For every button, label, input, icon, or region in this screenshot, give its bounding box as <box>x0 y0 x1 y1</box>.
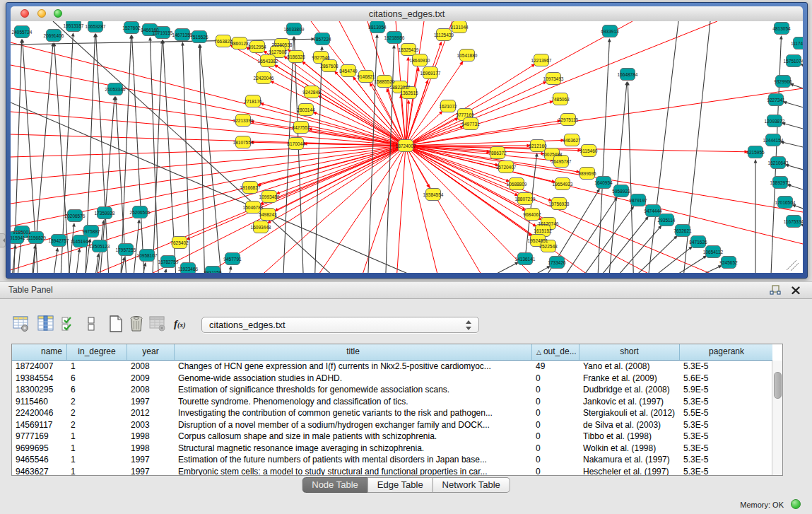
table-cell: 18724007 <box>12 361 67 373</box>
table-row[interactable]: 2242004622012Investigating the contribut… <box>12 407 772 419</box>
graph-node-label: 19166827 <box>240 185 261 190</box>
graph-edge[interactable] <box>307 146 406 273</box>
graph-edge[interactable] <box>406 82 546 146</box>
graph-node-label: 25206505 <box>130 210 151 215</box>
graph-edge[interactable] <box>784 102 803 113</box>
column-header-title[interactable]: title <box>175 344 532 360</box>
table-row[interactable]: 946362711997Embryonic stem cells: a mode… <box>12 466 772 476</box>
table-body[interactable]: 1872400712008Changes of HCN gene express… <box>12 361 772 475</box>
graph-edge[interactable] <box>788 185 803 196</box>
graph-node-label: 1733426 <box>548 260 566 265</box>
graph-edge[interactable] <box>589 217 648 273</box>
graph-edge[interactable] <box>783 123 803 134</box>
graph-edge[interactable] <box>11 146 406 204</box>
graph-edge[interactable] <box>406 146 682 273</box>
table-cell: Stergiakouli et al. (2012) <box>579 407 680 419</box>
network-canvas[interactable]: 2405572420691406195131871065328715276028… <box>11 21 803 273</box>
table-options-icon[interactable] <box>12 315 30 333</box>
graph-edge[interactable] <box>651 256 706 273</box>
table-row[interactable]: 1456911722003Disruption of a novel membe… <box>12 419 772 431</box>
graph-edge[interactable] <box>11 146 406 270</box>
resize-grip-icon[interactable] <box>787 260 796 270</box>
column-header-pagerank[interactable]: pagerank <box>680 344 772 360</box>
vertical-scrollbar[interactable] <box>772 361 782 475</box>
table-cell: Investigating the contribution of common… <box>175 407 532 419</box>
graph-node-label: 21053346 <box>105 87 126 92</box>
graph-edge[interactable] <box>74 250 79 273</box>
graph-node-label: 9185001 <box>13 230 31 235</box>
row-view-icon[interactable] <box>82 315 100 333</box>
graph-edge[interactable] <box>132 36 145 273</box>
tab-edge-table[interactable]: Edge Table <box>368 477 433 493</box>
graph-edge[interactable] <box>463 263 517 273</box>
tab-network-table[interactable]: Network Table <box>433 477 510 493</box>
scrollbar-thumb[interactable] <box>774 372 782 399</box>
column-visibility-icon[interactable] <box>37 315 55 333</box>
graph-node-label: 18724007 <box>396 144 416 148</box>
column-header-out_de[interactable]: △out_de... <box>532 344 579 360</box>
graph-edge[interactable] <box>787 165 803 175</box>
table-row[interactable]: 911546021997Tourette syndrome. Phenomeno… <box>12 396 772 408</box>
table-row[interactable]: 1872400712008Changes of HCN gene express… <box>12 361 772 373</box>
column-header-name[interactable]: name <box>12 344 67 360</box>
column-header-in_degree[interactable]: in_degree <box>67 344 127 360</box>
graph-edge[interactable] <box>406 21 717 146</box>
graph-node-label: 13942757 <box>49 238 69 243</box>
graph-node-label: 9899695 <box>578 171 596 176</box>
table-cell: 2008 <box>127 361 175 373</box>
collapse-west-panel-handle[interactable] <box>0 233 6 247</box>
graph-edge[interactable] <box>628 83 634 273</box>
table-row[interactable]: 1938455462009Genome-wide association stu… <box>12 373 772 385</box>
graph-edge[interactable] <box>505 267 550 273</box>
table-row[interactable]: 946554611997Estimation of the future num… <box>12 454 772 466</box>
close-panel-icon[interactable] <box>791 285 801 296</box>
graph-node-label: 8454749 <box>339 69 358 74</box>
graph-node-label: 8215955 <box>746 150 765 155</box>
zoom-button[interactable] <box>54 9 62 18</box>
graph-edge[interactable] <box>635 247 692 273</box>
table-chooser-select[interactable]: citations_edges.txt <box>201 317 479 333</box>
table-cell: 6 <box>67 373 127 385</box>
memory-status-dot[interactable] <box>791 499 801 509</box>
graph-node-label: 7632621 <box>673 228 692 233</box>
table-row[interactable]: 977716911998Corpus callosum shape and si… <box>12 431 772 443</box>
float-panel-icon[interactable] <box>770 285 781 296</box>
tab-node-table[interactable]: Node Table <box>302 477 368 493</box>
new-file-icon[interactable] <box>107 315 125 333</box>
graph-node-label: 11675334 <box>784 219 803 224</box>
graph-node-label: 8170044 <box>287 141 305 146</box>
table-cell: 0 <box>532 407 579 419</box>
function-builder-icon[interactable]: f(x) <box>174 315 192 333</box>
window-titlebar[interactable]: citations_edges.txt <box>11 6 803 22</box>
graph-edge[interactable] <box>647 21 678 273</box>
graph-edge[interactable] <box>782 142 803 152</box>
table-cell: 5.9E-5 <box>680 384 772 396</box>
table-cell: 1 <box>67 431 127 443</box>
graph-node-label: 7857224 <box>313 37 331 42</box>
table-cell: 9465546 <box>12 454 67 466</box>
graph-node-label: 15046788 <box>243 205 264 210</box>
column-header-short[interactable]: short <box>579 344 680 360</box>
minimize-button[interactable] <box>37 9 46 18</box>
select-stepper-icon <box>466 320 472 331</box>
sort-ascending-icon: △ <box>536 349 541 356</box>
trash-icon[interactable] <box>127 315 146 333</box>
graph-edge[interactable] <box>11 146 406 157</box>
graph-edge[interactable] <box>406 21 424 146</box>
table-cell: 2 <box>67 407 127 419</box>
table-row[interactable]: 1830029562008Estimation of significance … <box>12 384 772 396</box>
table-cell: 1 <box>67 361 127 373</box>
graph-edge[interactable] <box>597 40 609 273</box>
selection-checklist-icon[interactable] <box>60 315 78 333</box>
graph-node-label: 1527602 <box>122 25 141 30</box>
table-row[interactable]: 969969511998Structural magnetic resonanc… <box>12 443 772 455</box>
table-cell: 5.3E-5 <box>680 443 772 455</box>
graph-edge[interactable] <box>572 207 633 273</box>
close-button[interactable] <box>20 9 29 18</box>
graph-edge[interactable] <box>666 266 721 273</box>
column-header-year[interactable]: year <box>127 344 175 360</box>
graph-edge[interactable] <box>396 146 406 273</box>
graph-edge[interactable] <box>52 249 57 273</box>
graph-edge[interactable] <box>277 146 406 194</box>
graph-node-label: 15751074 <box>784 59 803 64</box>
